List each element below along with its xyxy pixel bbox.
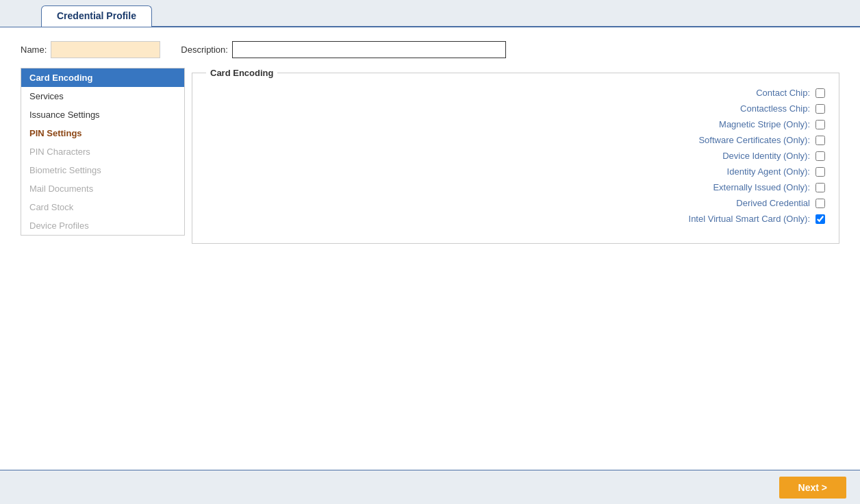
checkbox-device-identity[interactable] xyxy=(815,151,825,161)
next-button[interactable]: Next > xyxy=(779,477,846,499)
checkbox-row-software-certs: Software Certificates (Only): xyxy=(206,135,825,145)
page-container: Credential Profile Name: Description: Ca… xyxy=(0,0,860,504)
card-encoding-legend: Card Encoding xyxy=(206,68,277,78)
nav-item-card-encoding[interactable]: Card Encoding xyxy=(21,68,184,87)
form-row: Name: Description: xyxy=(21,41,839,58)
checkbox-derived-credential[interactable] xyxy=(815,199,825,208)
checkbox-label-contact-chip: Contact Chip: xyxy=(756,88,810,98)
card-encoding-fieldset: Card Encoding Contact Chip:Contactless C… xyxy=(192,68,839,244)
nav-item-biometric-settings: Biometric Settings xyxy=(21,161,184,179)
credential-profile-tab[interactable]: Credential Profile xyxy=(41,5,152,27)
checkbox-externally-issued[interactable] xyxy=(815,183,825,192)
checkbox-row-externally-issued: Externally Issued (Only): xyxy=(206,182,825,192)
checkbox-label-derived-credential: Derived Credential xyxy=(736,198,810,208)
name-input[interactable] xyxy=(51,41,160,58)
checkbox-row-contactless-chip: Contactless Chip: xyxy=(206,103,825,114)
nav-item-device-profiles: Device Profiles xyxy=(21,216,184,235)
checkbox-row-intel-vsc: Intel Virtual Smart Card (Only): xyxy=(206,214,825,224)
checkbox-magnetic-stripe[interactable] xyxy=(815,120,825,129)
tab-label: Credential Profile xyxy=(57,10,136,21)
content-area: Name: Description: Card EncodingServices… xyxy=(0,27,860,470)
name-field-group: Name: xyxy=(21,41,160,58)
checkbox-label-intel-vsc: Intel Virtual Smart Card (Only): xyxy=(689,214,810,224)
two-col-layout: Card EncodingServicesIssuance SettingsPI… xyxy=(21,68,839,456)
description-field-group: Description: xyxy=(181,41,506,58)
nav-item-pin-characters: PIN Characters xyxy=(21,142,184,161)
checkbox-rows: Contact Chip:Contactless Chip:Magnetic S… xyxy=(206,88,825,224)
checkbox-label-identity-agent: Identity Agent (Only): xyxy=(727,166,810,177)
checkbox-contact-chip[interactable] xyxy=(815,88,825,98)
checkbox-label-externally-issued: Externally Issued (Only): xyxy=(713,182,810,192)
bottom-bar: Next > xyxy=(0,470,860,504)
nav-item-mail-documents: Mail Documents xyxy=(21,179,184,198)
checkbox-contactless-chip[interactable] xyxy=(815,104,825,114)
nav-item-issuance-settings[interactable]: Issuance Settings xyxy=(21,105,184,124)
right-panel: Card Encoding Contact Chip:Contactless C… xyxy=(192,68,839,456)
checkbox-row-contact-chip: Contact Chip: xyxy=(206,88,825,98)
checkbox-row-device-identity: Device Identity (Only): xyxy=(206,151,825,161)
nav-item-pin-settings[interactable]: PIN Settings xyxy=(21,124,184,142)
description-input[interactable] xyxy=(232,41,506,58)
checkbox-row-identity-agent: Identity Agent (Only): xyxy=(206,166,825,177)
nav-item-card-stock: Card Stock xyxy=(21,198,184,216)
nav-list: Card EncodingServicesIssuance SettingsPI… xyxy=(21,68,185,236)
checkbox-label-contactless-chip: Contactless Chip: xyxy=(740,103,810,114)
checkbox-label-magnetic-stripe: Magnetic Stripe (Only): xyxy=(719,119,810,129)
checkbox-label-device-identity: Device Identity (Only): xyxy=(722,151,810,161)
checkbox-row-derived-credential: Derived Credential xyxy=(206,198,825,208)
checkbox-intel-vsc[interactable] xyxy=(815,214,825,224)
nav-item-services[interactable]: Services xyxy=(21,87,184,105)
checkbox-software-certs[interactable] xyxy=(815,136,825,145)
checkbox-identity-agent[interactable] xyxy=(815,167,825,177)
name-label: Name: xyxy=(21,45,47,55)
checkbox-row-magnetic-stripe: Magnetic Stripe (Only): xyxy=(206,119,825,129)
description-label: Description: xyxy=(181,45,228,55)
tab-header: Credential Profile xyxy=(0,0,860,27)
checkbox-label-software-certs: Software Certificates (Only): xyxy=(698,135,810,145)
